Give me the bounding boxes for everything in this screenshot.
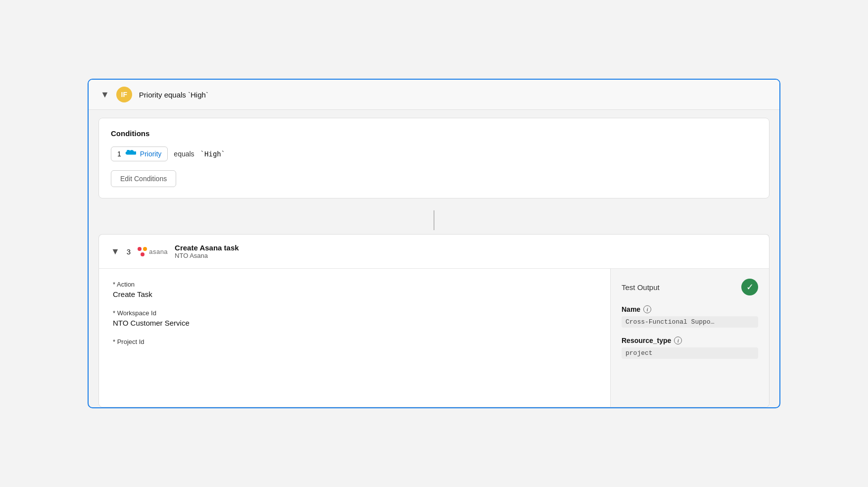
- condition-field: Priority: [140, 150, 162, 158]
- salesforce-icon: [125, 150, 136, 158]
- asana-dot-bottom: [141, 252, 145, 256]
- connector-line: [434, 210, 434, 230]
- output-name-value: Cross-Functional Suppo…: [622, 316, 758, 328]
- asana-logo: asana: [138, 247, 168, 256]
- project-field: * Project Id: [113, 338, 596, 345]
- output-resource-field: Resource_type i project: [622, 337, 758, 359]
- condition-number: 1: [117, 150, 121, 158]
- resource-info-icon: i: [674, 337, 682, 344]
- asana-step-number: 3: [127, 247, 131, 256]
- action-label: * Action: [113, 281, 596, 288]
- edit-conditions-button[interactable]: Edit Conditions: [111, 170, 176, 187]
- output-resource-value: project: [622, 347, 758, 359]
- success-check-icon: ✓: [741, 279, 758, 295]
- test-output-label: Test Output: [622, 283, 660, 292]
- condition-row: 1 Priority equals `High`: [111, 146, 757, 161]
- name-info-icon: i: [643, 305, 651, 313]
- workspace-label: * Workspace Id: [113, 309, 596, 317]
- output-name-label: Name i: [622, 305, 758, 313]
- if-badge: IF: [116, 87, 132, 102]
- output-resource-label: Resource_type i: [622, 337, 758, 344]
- main-container: ▼ IF Priority equals `High` Conditions 1…: [88, 79, 780, 408]
- action-field: * Action Create Task: [113, 281, 596, 298]
- asana-chevron-icon[interactable]: ▼: [111, 246, 120, 257]
- asana-wordmark: asana: [149, 248, 168, 255]
- condition-value: `High`: [200, 150, 226, 158]
- asana-dot-right: [143, 247, 147, 251]
- if-title: Priority equals `High`: [139, 91, 208, 99]
- main-content-area: * Action Create Task * Workspace Id NTO …: [98, 269, 770, 407]
- asana-dot-left: [138, 247, 142, 251]
- asana-task-title: Create Asana task: [175, 244, 239, 252]
- output-name-field: Name i Cross-Functional Suppo…: [622, 305, 758, 328]
- project-label: * Project Id: [113, 338, 596, 345]
- if-chevron-icon[interactable]: ▼: [100, 90, 109, 100]
- conditions-title: Conditions: [111, 129, 757, 138]
- conditions-card: Conditions 1 Priority equals `High` Edit…: [98, 118, 770, 198]
- workspace-value: NTO Customer Service: [113, 319, 596, 327]
- connector: [89, 206, 779, 234]
- form-section: * Action Create Task * Workspace Id NTO …: [99, 269, 611, 407]
- asana-header: ▼ 3 asana Create Asana task NTO Asana: [98, 234, 770, 269]
- condition-badge: 1 Priority: [111, 146, 168, 161]
- test-output-header: Test Output ✓: [622, 279, 758, 295]
- asana-task-info: Create Asana task NTO Asana: [175, 244, 239, 259]
- test-output-panel: Test Output ✓ Name i Cross-Functional Su…: [611, 269, 769, 407]
- asana-subtitle: NTO Asana: [175, 252, 239, 259]
- workspace-field: * Workspace Id NTO Customer Service: [113, 309, 596, 327]
- condition-operator: equals: [174, 150, 194, 158]
- if-header: ▼ IF Priority equals `High`: [89, 80, 779, 110]
- action-value: Create Task: [113, 290, 596, 298]
